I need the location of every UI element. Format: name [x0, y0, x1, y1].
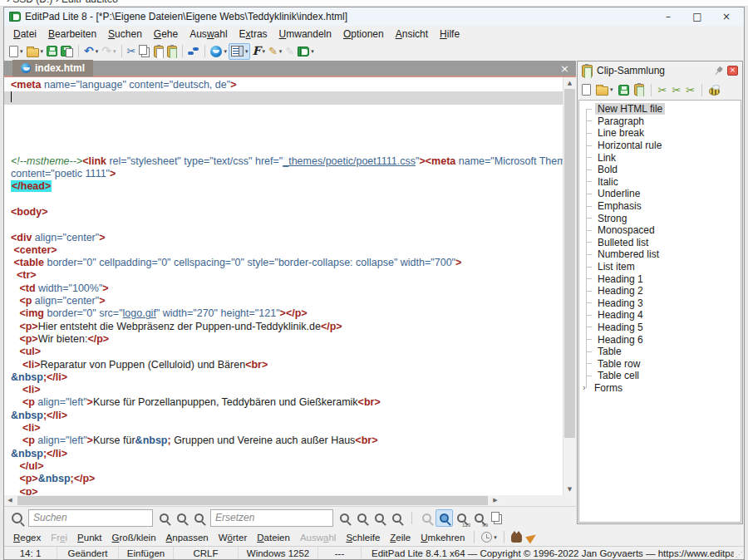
status-cursor-position[interactable]: 14: 1	[4, 547, 57, 559]
option-schleife[interactable]: Schleife	[342, 532, 384, 543]
code-line[interactable]: <p>Hier entsteht die Webpräsenz der Pupp…	[4, 321, 563, 333]
code-line[interactable]: </head>	[4, 180, 563, 193]
save-button[interactable]	[45, 43, 59, 60]
replace-all-button[interactable]	[388, 509, 406, 527]
code-line[interactable]	[4, 105, 563, 117]
scroll-down-arrow[interactable]: ▼	[563, 484, 576, 495]
clip-item-new-html-file[interactable]: New HTML file	[579, 103, 741, 115]
clip-item-heading-1[interactable]: Heading 1	[579, 273, 741, 285]
clip-item-bold[interactable]: Bold	[579, 164, 741, 176]
expand-chevron-icon[interactable]: ›	[583, 383, 592, 392]
code-line[interactable]	[4, 130, 563, 142]
clip-item-line-break[interactable]: Line break	[579, 127, 741, 140]
horizontal-scroll-thumb[interactable]	[17, 496, 488, 505]
cut-button[interactable]: ✂	[125, 43, 138, 60]
replace-and-find-button[interactable]	[371, 509, 388, 527]
replace-input[interactable]	[210, 509, 333, 527]
status-line-endings[interactable]: CRLF	[174, 547, 239, 559]
minimize-button[interactable]: –	[656, 11, 681, 22]
new-clip-from-clipboard-button[interactable]: ✂	[670, 81, 682, 98]
menu-gehe[interactable]: Gehe	[148, 27, 184, 41]
fold-matches-button[interactable]: 99	[470, 509, 488, 527]
clip-item-table-row[interactable]: Table row	[579, 357, 741, 370]
menu-umwandeln[interactable]: Umwandeln	[273, 27, 337, 41]
code-line[interactable]: <ul>	[4, 346, 563, 358]
clip-item-table-cell[interactable]: Table cell	[579, 370, 741, 382]
title-bar[interactable]: EditPad Lite 8 - [*P:\Eigene Dateien\Eig…	[4, 7, 744, 26]
code-line[interactable]	[4, 91, 563, 104]
status-extra-info[interactable]: ---	[318, 547, 362, 559]
paste-button[interactable]	[152, 43, 165, 60]
clip-item-monospaced[interactable]: Monospaced	[579, 224, 741, 237]
code-line[interactable]: &nbsp;</li>	[4, 410, 563, 422]
new-clip-from-selection-button[interactable]: ✂	[657, 81, 669, 98]
clip-item-italic[interactable]: Italic	[579, 176, 741, 189]
clip-list[interactable]: New HTML fileParagraphLine breakHorizont…	[578, 100, 741, 523]
clip-item-forms[interactable]: ›Forms	[579, 382, 741, 395]
clip-item-table[interactable]: Table	[579, 346, 741, 358]
scroll-up-arrow[interactable]: ▲	[563, 77, 576, 89]
clip-item-heading-3[interactable]: Heading 3	[579, 297, 741, 310]
code-line[interactable]: <div align="center">	[4, 232, 563, 244]
code-line[interactable]: <!--mstheme--><link rel="stylesheet" typ…	[4, 155, 563, 168]
new-file-button[interactable]: ▾	[7, 43, 25, 60]
clip-item-horizontal-rule[interactable]: Horizontal rule	[579, 140, 741, 152]
code-line[interactable]: <body>	[4, 206, 563, 219]
clip-item-link[interactable]: Link	[579, 151, 741, 164]
code-line[interactable]	[4, 142, 563, 155]
code-line[interactable]: <p align="left">Kurse für&nbsp; Gruppen …	[4, 435, 563, 447]
tab-index-html[interactable]: index.html	[12, 60, 93, 76]
highlight-matches-button[interactable]	[436, 509, 453, 527]
view-panels-button[interactable]: ▾	[229, 43, 251, 60]
clip-item-paragraph[interactable]: Paragraph	[579, 115, 741, 128]
code-line[interactable]	[4, 219, 563, 231]
menu-extras[interactable]: Extras	[234, 27, 273, 41]
option-anpassen[interactable]: Anpassen	[162, 532, 213, 543]
copy-matches-button[interactable]	[488, 509, 505, 527]
regexbuddy-button[interactable]	[525, 529, 539, 546]
spell-check-button[interactable]: ✎	[283, 43, 296, 60]
find-previous-button[interactable]	[173, 509, 190, 527]
option-punkt[interactable]: Punkt	[73, 532, 106, 543]
code-line[interactable]: </ul>	[4, 460, 563, 473]
font-button[interactable]: F▾	[250, 43, 266, 60]
option-regex[interactable]: Regex	[9, 532, 45, 543]
menu-datei[interactable]: Datei	[7, 27, 42, 41]
menu-optionen[interactable]: Optionen	[337, 27, 390, 41]
clip-item-emphasis[interactable]: Emphasis	[579, 200, 741, 213]
code-line[interactable]: <p align="center">	[4, 295, 563, 307]
menu-suchen[interactable]: Suchen	[102, 27, 148, 41]
close-button[interactable]: ×	[714, 11, 739, 22]
count-matches-button[interactable]	[418, 509, 436, 527]
code-line[interactable]: <table border="0" cellpadding="0" cellsp…	[4, 257, 563, 269]
scroll-left-arrow[interactable]: ◀	[4, 495, 16, 506]
option-dateien[interactable]: Dateien	[253, 532, 294, 543]
code-line[interactable]: content="poetic 1111">	[4, 168, 563, 180]
code-line[interactable]: <p>&nbsp;</p>	[4, 473, 563, 485]
status-modified-flag[interactable]: Geändert	[57, 547, 119, 559]
clip-item-heading-4[interactable]: Heading 4	[579, 309, 741, 322]
code-area[interactable]: <meta name="language" content="deutsch, …	[4, 77, 563, 495]
save-all-button[interactable]	[59, 43, 75, 60]
code-line[interactable]: &nbsp;</li>	[4, 448, 563, 460]
code-line[interactable]: <tr>	[4, 269, 563, 282]
open-collection-button[interactable]: ▾	[594, 81, 615, 98]
code-line[interactable]: <li>	[4, 422, 563, 435]
vertical-scrollbar[interactable]: ▲ ▼	[563, 77, 576, 495]
replace-next-button[interactable]	[336, 509, 353, 527]
scroll-right-arrow[interactable]: ▶	[490, 495, 501, 506]
vertical-scroll-thumb[interactable]	[564, 89, 575, 438]
code-line[interactable]: <p>	[4, 486, 563, 496]
menu-bearbeiten[interactable]: Bearbeiten	[42, 27, 102, 41]
powergrep-button[interactable]	[509, 529, 524, 546]
paste-special-button[interactable]	[165, 43, 179, 60]
status-insert-mode[interactable]: Einfügen	[119, 547, 174, 559]
option-groklein[interactable]: Groß/klein	[108, 532, 160, 543]
code-line[interactable]: <center>	[4, 244, 563, 257]
code-line[interactable]: <li>Reparatur von Puppen (Celluloid) und…	[4, 359, 563, 371]
list-matches-button[interactable]: 123	[453, 509, 470, 527]
option-umkehren[interactable]: Umkehren	[416, 532, 469, 543]
option-wrter[interactable]: Wörter	[214, 532, 252, 543]
code-line[interactable]	[4, 194, 563, 206]
delete-clip-button[interactable]: ✂	[684, 81, 696, 98]
